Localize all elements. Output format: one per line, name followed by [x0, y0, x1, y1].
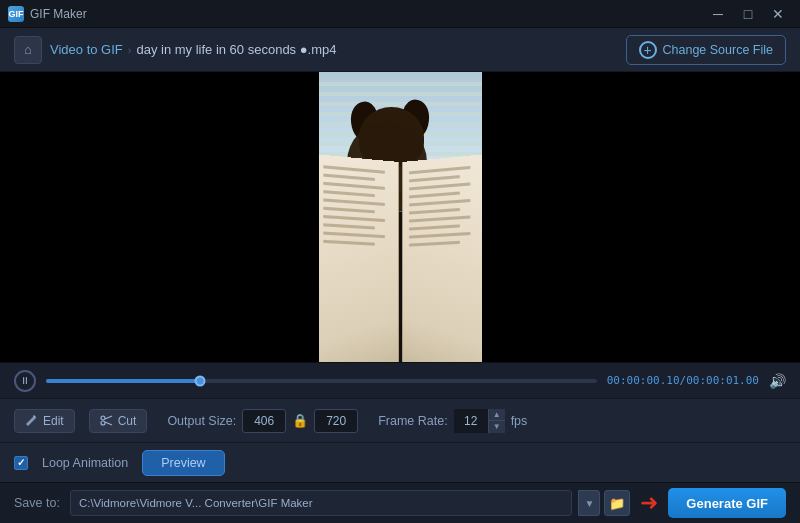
- breadcrumb-item-1: day in my life in 60 seconds ●.mp4: [136, 42, 336, 57]
- title-bar-left: GIF GIF Maker: [8, 6, 87, 22]
- progress-thumb[interactable]: [195, 375, 206, 386]
- fps-unit: fps: [511, 414, 528, 428]
- save-bar: Save to: C:\Vidmore\Vidmore V... Convert…: [0, 482, 800, 523]
- book-left-page: [319, 154, 399, 362]
- progress-fill: [46, 379, 200, 383]
- video-preview: [319, 72, 482, 362]
- text-line: [408, 224, 459, 230]
- frame-rate-group: Frame Rate: ▲ ▼ fps: [378, 409, 527, 433]
- text-line: [408, 215, 470, 222]
- generate-gif-button[interactable]: Generate GIF: [668, 488, 786, 518]
- text-line: [408, 208, 459, 215]
- checkmark-icon: ✓: [17, 457, 25, 468]
- svg-line-2: [105, 416, 112, 419]
- svg-line-3: [105, 422, 112, 425]
- save-to-label: Save to:: [14, 496, 60, 510]
- breadcrumb: Video to GIF › day in my life in 60 seco…: [50, 42, 336, 57]
- text-line: [408, 182, 470, 190]
- window-controls: ─ □ ✕: [704, 4, 792, 24]
- width-input[interactable]: [242, 409, 286, 433]
- fps-up-button[interactable]: ▲: [489, 409, 505, 421]
- save-path-display: C:\Vidmore\Vidmore V... Converter\GIF Ma…: [70, 490, 572, 516]
- text-line: [323, 207, 375, 214]
- blind-slat: [319, 82, 482, 86]
- nav-left: ⌂ Video to GIF › day in my life in 60 se…: [14, 36, 336, 64]
- scissors-icon: [100, 414, 113, 427]
- progress-bar[interactable]: [46, 379, 597, 383]
- text-line: [408, 199, 470, 207]
- text-line: [323, 174, 375, 181]
- pause-button[interactable]: ⏸: [14, 370, 36, 392]
- minimize-button[interactable]: ─: [704, 4, 732, 24]
- text-line: [323, 190, 375, 197]
- browse-folder-button[interactable]: 📁: [604, 490, 630, 516]
- time-display: 00:00:00.10/00:00:01.00: [607, 374, 759, 387]
- text-line: [323, 215, 385, 222]
- folder-icon: 📁: [609, 496, 625, 511]
- svg-point-1: [101, 421, 105, 425]
- loop-animation-label: Loop Animation: [42, 456, 128, 470]
- blind-slat: [319, 92, 482, 96]
- book-text: [402, 154, 481, 262]
- cut-button[interactable]: Cut: [89, 409, 148, 433]
- text-line: [408, 241, 459, 247]
- height-input[interactable]: [314, 409, 358, 433]
- text-line: [408, 175, 459, 182]
- nav-bar: ⌂ Video to GIF › day in my life in 60 se…: [0, 28, 800, 72]
- svg-point-0: [101, 416, 105, 420]
- book-right-page: [402, 154, 482, 362]
- volume-icon[interactable]: 🔊: [769, 373, 786, 389]
- video-area: [0, 72, 800, 362]
- text-line: [323, 240, 375, 246]
- output-size-label: Output Size:: [167, 414, 236, 428]
- text-line: [323, 165, 385, 174]
- lock-icon[interactable]: 🔒: [292, 413, 308, 428]
- total-time: 00:00:01.00: [686, 374, 759, 387]
- plus-circle-icon: +: [639, 41, 657, 59]
- edit-label: Edit: [43, 414, 64, 428]
- current-time: 00:00:00.10: [607, 374, 680, 387]
- title-bar: GIF GIF Maker ─ □ ✕: [0, 0, 800, 28]
- pause-icon: ⏸: [20, 375, 30, 386]
- red-arrow-icon: ➜: [640, 492, 658, 514]
- text-line: [408, 166, 470, 175]
- arrow-indicator: ➜: [640, 492, 658, 514]
- fps-input[interactable]: [454, 409, 488, 433]
- save-actions: ▼ 📁: [582, 490, 630, 516]
- app-title: GIF Maker: [30, 7, 87, 21]
- fps-arrows: ▲ ▼: [488, 409, 505, 433]
- maximize-button[interactable]: □: [734, 4, 762, 24]
- fps-down-button[interactable]: ▼: [489, 421, 505, 433]
- frame-rate-label: Frame Rate:: [378, 414, 447, 428]
- change-source-button[interactable]: + Change Source File: [626, 35, 786, 65]
- text-line: [323, 223, 375, 229]
- preview-button[interactable]: Preview: [142, 450, 224, 476]
- breadcrumb-item-0[interactable]: Video to GIF: [50, 42, 123, 57]
- edit-button[interactable]: Edit: [14, 409, 75, 433]
- controls-bar: Edit Cut Output Size: 🔒 Frame Rate: ▲ ▼ …: [0, 398, 800, 442]
- loop-checkbox[interactable]: ✓: [14, 456, 28, 470]
- fps-input-wrap: ▲ ▼: [454, 409, 505, 433]
- playback-bar: ⏸ 00:00:00.10/00:00:01.00 🔊: [0, 362, 800, 398]
- text-line: [323, 182, 385, 190]
- text-line: [408, 232, 470, 239]
- app-icon: GIF: [8, 6, 24, 22]
- book-text: [319, 154, 398, 262]
- cut-label: Cut: [118, 414, 137, 428]
- breadcrumb-sep: ›: [128, 44, 132, 56]
- save-path-dropdown[interactable]: ▼: [578, 490, 600, 516]
- text-line: [408, 191, 459, 198]
- close-button[interactable]: ✕: [764, 4, 792, 24]
- blind-slat: [319, 102, 482, 106]
- change-source-label: Change Source File: [663, 43, 773, 57]
- bottom-controls-bar: ✓ Loop Animation Preview: [0, 442, 800, 482]
- text-line: [323, 232, 385, 239]
- home-button[interactable]: ⌂: [14, 36, 42, 64]
- output-size-group: Output Size: 🔒: [167, 409, 358, 433]
- text-line: [323, 198, 385, 206]
- home-icon: ⌂: [24, 42, 32, 57]
- save-path-text: C:\Vidmore\Vidmore V... Converter\GIF Ma…: [79, 497, 313, 509]
- edit-icon: [25, 414, 38, 427]
